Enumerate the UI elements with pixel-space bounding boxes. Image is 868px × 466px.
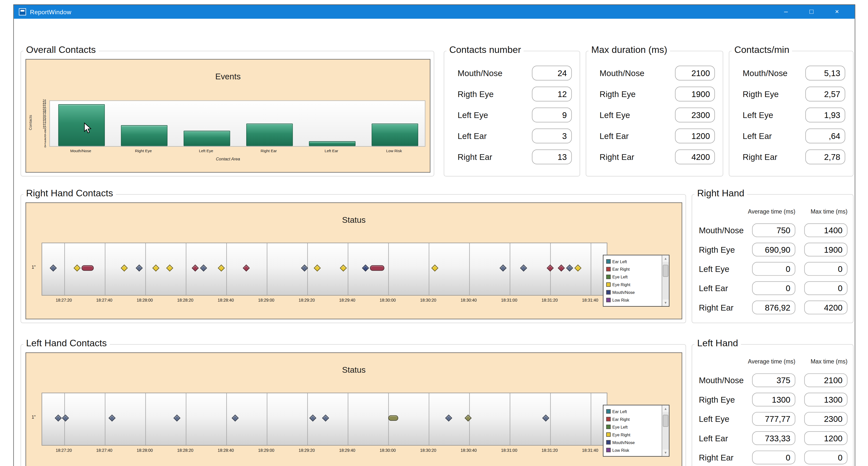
minimize-button[interactable]: – — [773, 5, 799, 19]
bar-right-eye[interactable] — [121, 125, 167, 146]
maximize-button[interactable]: □ — [799, 5, 824, 19]
field-row: Left Eye2300 — [586, 107, 723, 123]
contacts_number-mouth-nose-value[interactable]: 24 — [532, 66, 572, 81]
field-label-mouth-nose: Mouth/Nose — [458, 68, 502, 78]
close-button[interactable]: × — [824, 5, 849, 19]
stats-row: Mouth/Nose3752100 — [692, 373, 853, 388]
plot-area — [42, 393, 607, 445]
contacts_min-left-ear-value[interactable]: ,64 — [805, 128, 845, 144]
right_hand_stats-rigth-eye-max-value[interactable]: 1900 — [804, 243, 847, 256]
legend-label: Eye Left — [612, 424, 627, 429]
right_hand_stats-mouth-nose-avg-value[interactable]: 750 — [752, 223, 795, 237]
scrollbar-track[interactable] — [662, 262, 669, 299]
max_duration-left-ear-value[interactable]: 1200 — [675, 128, 715, 144]
bar-left-ear[interactable] — [309, 141, 355, 146]
legend-color-chip — [606, 409, 611, 414]
left_hand_stats-right-ear-max-value[interactable]: 0 — [804, 451, 847, 464]
legend-item-eye-right: Eye Right — [606, 282, 661, 287]
left_hand_stats-left-eye-max-value[interactable]: 2300 — [804, 412, 847, 426]
contacts-number-group: Contacts number Mouth/Nose24Rigth Eye12L… — [444, 51, 580, 176]
max_duration-left-eye-value[interactable]: 2300 — [675, 107, 715, 123]
marker-maroon-pill — [370, 265, 384, 271]
left-hand-stats-fields: Mouth/Nose3752100Rigth Eye13001300Left E… — [692, 345, 853, 466]
gridline — [145, 243, 146, 295]
contacts_number-left-eye-value[interactable]: 9 — [532, 107, 572, 123]
left_hand_stats-mouth-nose-avg-value[interactable]: 375 — [752, 373, 795, 387]
max_duration-rigth-eye-value[interactable]: 1900 — [675, 87, 715, 101]
max_duration-mouth-nose-value[interactable]: 2100 — [675, 66, 715, 81]
left_hand_stats-left-eye-avg-value[interactable]: 777,77 — [752, 412, 795, 426]
left_hand_stats-rigth-eye-max-value[interactable]: 1300 — [804, 393, 847, 406]
y-axis-label: 1" — [32, 414, 36, 420]
scrollbar-track[interactable] — [662, 412, 669, 449]
stats-row: Left Eye777,772300 — [692, 412, 853, 426]
left_hand_stats-rigth-eye-avg-value[interactable]: 1300 — [752, 393, 795, 406]
x-tick-label: 18:27:20 — [56, 448, 72, 453]
legend-color-chip — [606, 425, 611, 429]
legend-label: Ear Right — [612, 267, 630, 272]
contacts_number-left-ear-value[interactable]: 3 — [532, 128, 572, 144]
field-row: Right Ear4200 — [586, 149, 723, 164]
bar-right-ear[interactable] — [246, 123, 293, 146]
left_hand_stats-left-ear-max-value[interactable]: 1200 — [804, 431, 847, 445]
legend-scrollbar[interactable]: ▲ ▼ — [662, 405, 669, 456]
scroll-down-icon[interactable]: ▼ — [662, 449, 669, 456]
contacts_min-left-eye-value[interactable]: 1,93 — [805, 107, 845, 123]
contacts_min-rigth-eye-value[interactable]: 2,57 — [805, 87, 845, 101]
marker-slate-diamond — [109, 414, 116, 422]
legend-item-low-risk: Low Risk — [606, 298, 661, 303]
legend-items: Ear LeftEar RightEye LeftEye RightMouth/… — [603, 255, 662, 306]
field-label-rigth-eye: Rigth Eye — [599, 89, 636, 99]
legend-label: Eye Left — [612, 274, 627, 279]
legend-label: Low Risk — [612, 447, 629, 453]
field-label-left-ear: Left Ear — [599, 131, 629, 141]
right_hand_stats-left-eye-max-value[interactable]: 0 — [804, 262, 847, 276]
right_hand_stats-left-ear-avg-value[interactable]: 0 — [752, 281, 795, 295]
window-controls: – □ × — [773, 5, 850, 19]
legend-color-chip — [606, 275, 611, 279]
field-row: Mouth/Nose5,13 — [729, 66, 853, 81]
gridline — [388, 243, 389, 295]
right_hand_stats-right-ear-max-value[interactable]: 4200 — [804, 301, 847, 314]
right_hand_stats-mouth-nose-max-value[interactable]: 1400 — [804, 223, 847, 237]
legend-item-ear-left: Ear Left — [606, 259, 661, 264]
field-row: Right Ear13 — [444, 149, 580, 164]
scroll-down-icon[interactable]: ▼ — [662, 299, 669, 306]
max_duration-right-ear-value[interactable]: 4200 — [675, 149, 715, 164]
left_hand_stats-left-ear-avg-value[interactable]: 733,33 — [752, 431, 795, 445]
scroll-up-icon[interactable]: ▲ — [662, 255, 669, 262]
gridline — [510, 393, 510, 445]
scrollbar-thumb[interactable] — [663, 414, 668, 427]
scroll-up-icon[interactable]: ▲ — [662, 405, 669, 412]
field-label-left-eye: Left Eye — [699, 264, 729, 274]
x-tick-label: 18:29:00 — [258, 298, 274, 303]
contacts_min-mouth-nose-value[interactable]: 5,13 — [805, 66, 845, 81]
contacts_number-rigth-eye-value[interactable]: 12 — [532, 87, 572, 101]
legend-scrollbar[interactable]: ▲ ▼ — [662, 255, 669, 306]
field-label-left-ear: Left Ear — [458, 131, 487, 141]
x-tick-label: 18:28:20 — [177, 298, 193, 303]
y-axis-ticks: 0123456789101112131415161718192021222324 — [36, 100, 47, 147]
right_hand_stats-rigth-eye-avg-value[interactable]: 690,90 — [752, 243, 795, 256]
contacts_min-right-ear-value[interactable]: 2,78 — [805, 149, 845, 164]
left-hand-status-chart: Status 1" 18:27:2018:27:4018:28:0018:28:… — [26, 352, 682, 466]
right_hand_stats-right-ear-avg-value[interactable]: 876,92 — [752, 301, 795, 314]
x-axis-ticks: Mouth/NoseRight EyeLeft EyeRight EarLeft… — [26, 149, 430, 154]
bar-low-risk[interactable] — [371, 123, 418, 146]
right_hand_stats-left-eye-avg-value[interactable]: 0 — [752, 262, 795, 276]
legend-color-chip — [606, 448, 611, 452]
left_hand_stats-right-ear-avg-value[interactable]: 0 — [752, 451, 795, 464]
x-tick-label: 18:29:00 — [258, 448, 274, 453]
left-hand-contacts-group: Left Hand Contacts Status 1" 18:27:2018:… — [21, 344, 686, 466]
contacts_number-right-ear-value[interactable]: 13 — [532, 149, 572, 164]
right_hand_stats-left-ear-max-value[interactable]: 0 — [804, 281, 847, 295]
left_hand_stats-mouth-nose-max-value[interactable]: 2100 — [804, 373, 847, 387]
titlebar[interactable]: ReportWindow – □ × — [14, 5, 855, 19]
gridline — [550, 393, 551, 445]
bar-mouth-nose[interactable] — [58, 104, 104, 146]
marker-olive-diamond — [465, 414, 471, 422]
bar-left-eye[interactable] — [183, 130, 230, 146]
field-label-mouth-nose: Mouth/Nose — [599, 68, 645, 78]
field-label-right-ear: Right Ear — [458, 152, 492, 162]
scrollbar-thumb[interactable] — [663, 265, 668, 277]
